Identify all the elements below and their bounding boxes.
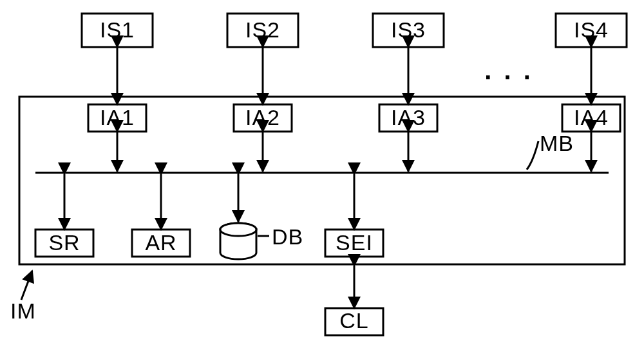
ellipsis: . . .: [484, 56, 533, 84]
svg-point-1: [220, 223, 256, 236]
node-sr-label: SR: [48, 230, 80, 255]
db-label: DB: [272, 224, 303, 249]
bus-label: MB: [540, 131, 574, 155]
container-label: IM: [10, 299, 36, 323]
node-is2-label: IS2: [245, 17, 280, 42]
node-ia2-label: IA2: [245, 105, 280, 130]
node-db: [220, 223, 256, 259]
node-is1-label: IS1: [100, 17, 135, 42]
node-ia1-label: IA1: [100, 105, 135, 130]
node-is3-label: IS3: [391, 17, 426, 42]
node-ar-label: AR: [145, 230, 176, 255]
architecture-diagram: IS1 IS2 IS3 IS4 . . . IA1 IA2 IA3 IA4 MB…: [0, 0, 644, 343]
node-cl-label: CL: [339, 308, 368, 333]
node-ia4-label: IA4: [574, 105, 609, 130]
node-is4-label: IS4: [574, 17, 609, 42]
node-ia3-label: IA3: [391, 105, 426, 130]
node-sei-label: SEI: [336, 230, 373, 255]
im-leader: [21, 271, 32, 300]
is-nodes: IS1 IS2 IS3 IS4: [82, 14, 627, 47]
